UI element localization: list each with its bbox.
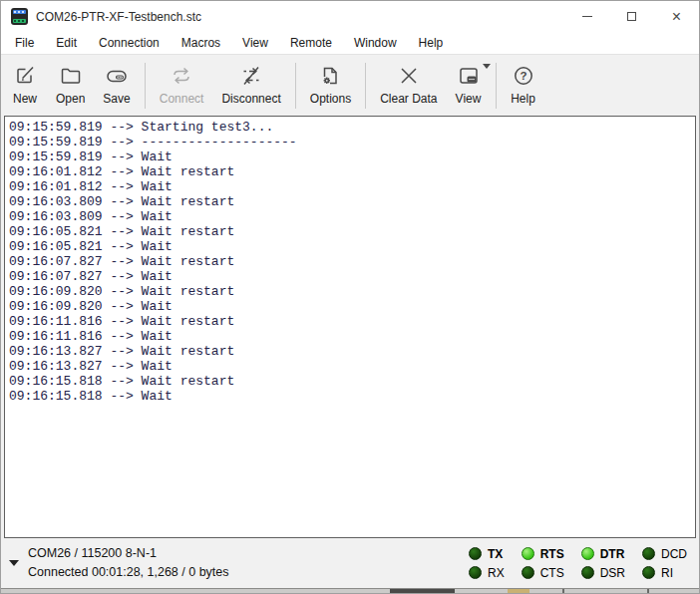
toolbar-separator	[145, 63, 146, 109]
toolbar-separator	[496, 63, 497, 109]
close-icon: ×	[672, 9, 681, 25]
save-drive-icon	[104, 63, 130, 89]
view-dropdown-caret-icon	[483, 64, 491, 69]
clear-data-button[interactable]: Clear Data	[371, 58, 446, 114]
app-window: COM26-PTR-XF-Testbench.stc × File Edit C…	[0, 0, 700, 594]
options-button-label: Options	[310, 92, 351, 106]
menu-edit[interactable]: Edit	[46, 33, 87, 53]
desktop-sliver	[1, 588, 699, 593]
tx-led-icon	[469, 547, 482, 560]
terminal-log[interactable]: 09:15:59.819 --> Starting test3... 09:15…	[4, 116, 696, 538]
log-line: 09:16:07.827 --> Wait restart	[9, 254, 695, 269]
log-line: 09:16:13.827 --> Wait restart	[9, 344, 695, 359]
led-dsr: DSR	[581, 566, 625, 580]
log-line: 09:16:13.827 --> Wait	[9, 359, 695, 374]
log-line: 09:16:03.809 --> Wait restart	[9, 194, 695, 209]
menu-macros[interactable]: Macros	[172, 33, 230, 53]
log-line: 09:16:05.821 --> Wait	[9, 239, 695, 254]
menu-window[interactable]: Window	[344, 33, 407, 53]
status-expand-caret-icon[interactable]	[9, 560, 19, 566]
new-button-label: New	[13, 92, 37, 106]
log-line: 09:16:09.820 --> Wait restart	[9, 284, 695, 299]
options-button[interactable]: Options	[301, 58, 360, 114]
clear-data-button-label: Clear Data	[380, 92, 437, 106]
dcd-led-icon	[642, 547, 655, 560]
log-line: 09:16:15.818 --> Wait	[9, 389, 695, 404]
disconnect-icon	[238, 63, 264, 89]
maximize-button[interactable]	[609, 1, 654, 32]
new-button[interactable]: New	[3, 58, 47, 114]
options-gear-icon	[317, 63, 343, 89]
log-line: 09:16:11.816 --> Wait restart	[9, 314, 695, 329]
view-window-icon	[456, 63, 482, 89]
disconnect-button[interactable]: Disconnect	[212, 58, 289, 114]
app-icon	[11, 8, 28, 25]
maximize-icon	[627, 12, 636, 21]
led-dtr: DTR	[581, 547, 625, 561]
log-line: 09:15:59.819 --> Starting test3...	[9, 120, 695, 135]
log-line: 09:15:59.819 --> Wait	[9, 149, 695, 164]
led-tx: TX	[469, 547, 505, 561]
connect-icon	[169, 63, 194, 89]
open-button-label: Open	[56, 92, 85, 106]
menu-connection[interactable]: Connection	[89, 33, 170, 53]
open-folder-icon	[58, 63, 84, 89]
save-button[interactable]: Save	[94, 58, 139, 114]
save-button-label: Save	[103, 92, 130, 106]
menu-help[interactable]: Help	[409, 33, 454, 53]
log-line: 09:16:15.818 --> Wait restart	[9, 374, 695, 389]
led-rx: RX	[469, 566, 505, 580]
rx-led-icon	[469, 566, 482, 579]
led-rts: RTS	[522, 547, 564, 561]
minimize-button[interactable]	[564, 1, 609, 32]
led-dcd: DCD	[642, 547, 687, 561]
log-line: 09:16:01.812 --> Wait restart	[9, 164, 695, 179]
clear-x-icon	[396, 63, 422, 89]
toolbar-separator	[365, 63, 366, 109]
log-line: 09:16:01.812 --> Wait	[9, 179, 695, 194]
ri-led-icon	[642, 566, 655, 579]
svg-text:?: ?	[520, 70, 526, 82]
menu-file[interactable]: File	[5, 33, 44, 53]
rts-led-icon	[522, 547, 534, 560]
led-cts: CTS	[522, 566, 564, 580]
statusbar: COM26 / 115200 8-N-1 Connected 00:01:28,…	[1, 538, 699, 588]
cts-led-icon	[522, 566, 534, 579]
dsr-led-icon	[581, 566, 594, 579]
toolbar: New Open Save	[1, 54, 699, 116]
titlebar[interactable]: COM26-PTR-XF-Testbench.stc ×	[1, 1, 699, 32]
dtr-led-icon	[581, 547, 594, 560]
menubar: File Edit Connection Macros View Remote …	[1, 32, 699, 54]
toolbar-separator	[295, 63, 296, 109]
menu-view[interactable]: View	[232, 33, 278, 53]
view-button[interactable]: View	[447, 58, 491, 114]
connect-button: Connect	[151, 58, 213, 114]
help-button-label: Help	[511, 92, 535, 106]
log-line: 09:15:59.819 --> --------------------	[9, 135, 695, 149]
log-line: 09:16:03.809 --> Wait	[9, 209, 695, 224]
help-button[interactable]: ? Help	[502, 58, 545, 114]
minimize-icon	[582, 16, 592, 17]
log-line: 09:16:11.816 --> Wait	[9, 329, 695, 344]
new-file-icon	[12, 63, 38, 89]
connect-button-label: Connect	[160, 92, 204, 106]
open-button[interactable]: Open	[47, 58, 94, 114]
log-area-frame: 09:15:59.819 --> Starting test3... 09:15…	[1, 116, 699, 538]
menu-remote[interactable]: Remote	[280, 33, 342, 53]
port-settings-text: COM26 / 115200 8-N-1	[28, 544, 229, 563]
log-line: 09:16:05.821 --> Wait restart	[9, 224, 695, 239]
close-button[interactable]: ×	[654, 1, 699, 32]
disconnect-button-label: Disconnect	[221, 92, 280, 106]
log-line: 09:16:09.820 --> Wait	[9, 299, 695, 314]
log-line: 09:16:07.827 --> Wait	[9, 269, 695, 284]
connection-status-text: Connected 00:01:28, 1,268 / 0 bytes	[28, 563, 229, 582]
view-button-label: View	[456, 92, 482, 106]
led-ri: RI	[642, 566, 687, 580]
help-question-icon: ?	[511, 63, 536, 89]
signal-led-panel: TX RTS DTR DCD RX CTS	[469, 547, 687, 580]
window-title: COM26-PTR-XF-Testbench.stc	[36, 10, 564, 24]
